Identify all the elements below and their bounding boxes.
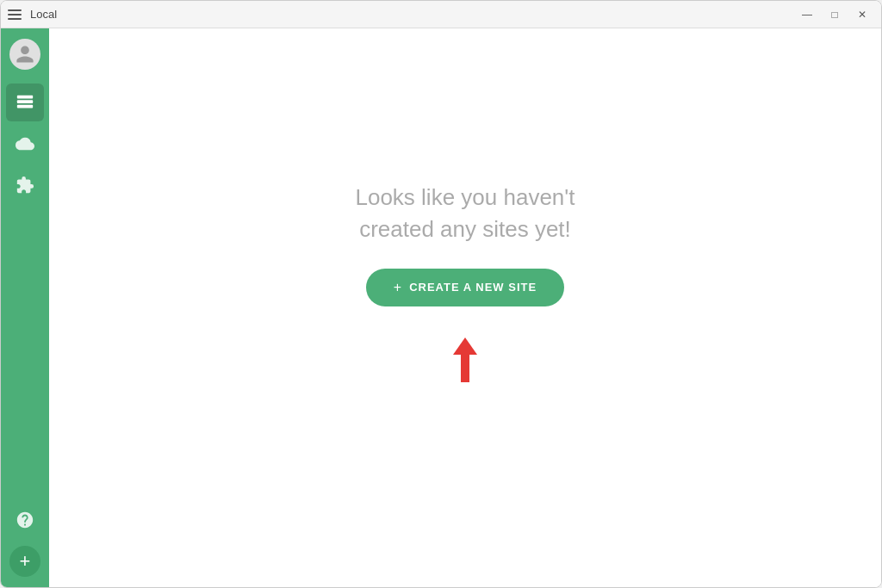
- add-site-button[interactable]: +: [9, 546, 40, 577]
- sidebar-item-extensions[interactable]: [6, 166, 44, 204]
- app-title: Local: [30, 8, 57, 21]
- svg-rect-2: [17, 105, 33, 108]
- arrow-shaft: [461, 355, 469, 382]
- svg-rect-1: [17, 100, 33, 103]
- app-window: Local — □ ✕: [0, 0, 882, 588]
- create-site-label: CREATE A NEW SITE: [409, 281, 537, 294]
- sidebar-item-help[interactable]: [6, 501, 44, 539]
- hamburger-menu-icon[interactable]: [8, 7, 23, 22]
- sidebar-nav: [6, 84, 44, 501]
- arrow-up-head: [453, 337, 477, 355]
- main-content: Looks like you haven'tcreated any sites …: [49, 28, 881, 587]
- sidebar-item-cloud[interactable]: [6, 125, 44, 163]
- close-button[interactable]: ✕: [850, 6, 874, 23]
- arrow-indicator: [453, 337, 477, 382]
- empty-state-message: Looks like you haven'tcreated any sites …: [355, 182, 575, 244]
- titlebar: Local — □ ✕: [1, 1, 881, 28]
- titlebar-left: Local: [8, 7, 57, 22]
- main-layout: + Looks like you haven'tcreated any site…: [1, 28, 881, 587]
- maximize-button[interactable]: □: [823, 6, 847, 23]
- create-site-button[interactable]: + CREATE A NEW SITE: [366, 269, 564, 306]
- user-avatar[interactable]: [9, 39, 40, 70]
- sidebar-item-sites[interactable]: [6, 84, 44, 121]
- plus-icon: +: [394, 281, 402, 294]
- empty-state: Looks like you haven'tcreated any sites …: [355, 182, 575, 382]
- sidebar: +: [1, 28, 49, 587]
- sidebar-bottom: +: [6, 501, 44, 577]
- svg-rect-0: [17, 96, 33, 99]
- window-controls: — □ ✕: [795, 6, 874, 23]
- minimize-button[interactable]: —: [795, 6, 819, 23]
